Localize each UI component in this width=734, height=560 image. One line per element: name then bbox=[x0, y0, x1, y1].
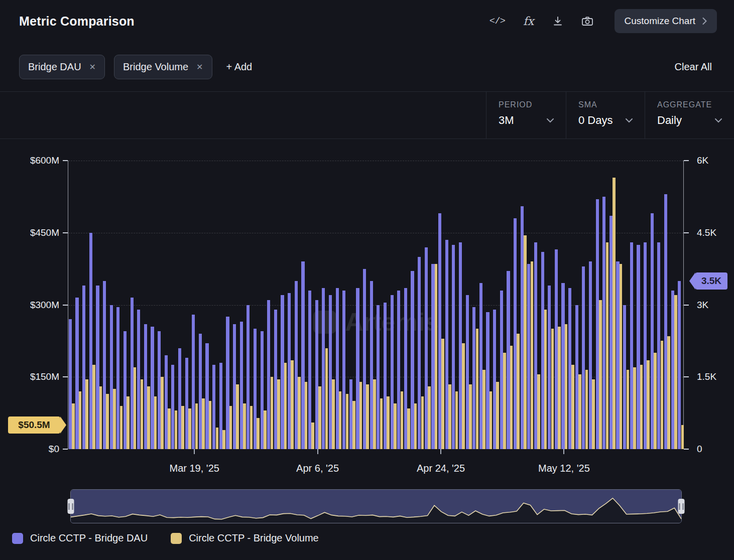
volume-bar[interactable] bbox=[421, 396, 424, 449]
dau-bar[interactable] bbox=[411, 271, 414, 449]
dau-bar[interactable] bbox=[199, 334, 202, 449]
dau-bar[interactable] bbox=[521, 206, 524, 449]
volume-bar[interactable] bbox=[401, 391, 404, 449]
volume-bar[interactable] bbox=[414, 403, 417, 449]
volume-bar[interactable] bbox=[387, 396, 390, 449]
dau-bar[interactable] bbox=[329, 295, 332, 449]
volume-bar[interactable] bbox=[455, 391, 458, 449]
plot-area[interactable]: Artemis bbox=[68, 161, 684, 449]
dau-bar[interactable] bbox=[254, 329, 257, 449]
dau-bar[interactable] bbox=[151, 327, 154, 449]
dau-bar[interactable] bbox=[261, 331, 264, 449]
volume-bar[interactable] bbox=[346, 394, 349, 449]
volume-bar[interactable] bbox=[106, 394, 109, 449]
volume-bar[interactable] bbox=[264, 410, 267, 449]
dau-bar[interactable] bbox=[308, 291, 311, 449]
navigator-left-handle[interactable] bbox=[68, 499, 74, 514]
dau-bar[interactable] bbox=[165, 355, 168, 449]
dau-bar[interactable] bbox=[568, 288, 571, 449]
volume-bar[interactable] bbox=[325, 348, 328, 449]
volume-bar[interactable] bbox=[490, 391, 493, 449]
customize-chart-button[interactable]: Customize Chart bbox=[615, 9, 717, 33]
dau-bar[interactable] bbox=[226, 317, 229, 449]
dau-bar[interactable] bbox=[384, 303, 387, 449]
dau-bar[interactable] bbox=[431, 264, 434, 449]
dau-bar[interactable] bbox=[678, 281, 681, 449]
dau-bar[interactable] bbox=[363, 269, 366, 449]
volume-bar[interactable] bbox=[531, 261, 534, 449]
dau-bar[interactable] bbox=[459, 242, 462, 449]
dau-bar[interactable] bbox=[541, 252, 544, 449]
volume-bar[interactable] bbox=[674, 295, 677, 449]
volume-bar[interactable] bbox=[482, 370, 485, 449]
volume-bar[interactable] bbox=[633, 367, 636, 449]
volume-bar[interactable] bbox=[175, 410, 178, 449]
dau-bar[interactable] bbox=[623, 305, 626, 450]
volume-bar[interactable] bbox=[277, 379, 280, 449]
dau-bar[interactable] bbox=[418, 257, 421, 449]
dau-bar[interactable] bbox=[212, 365, 215, 449]
dau-bar[interactable] bbox=[322, 288, 325, 449]
dau-bar[interactable] bbox=[301, 261, 304, 449]
dau-bar[interactable] bbox=[589, 261, 592, 449]
dau-bar[interactable] bbox=[404, 288, 407, 449]
volume-bar[interactable] bbox=[373, 379, 376, 449]
volume-bar[interactable] bbox=[558, 327, 561, 449]
dau-bar[interactable] bbox=[637, 245, 640, 449]
dau-bar[interactable] bbox=[507, 271, 510, 449]
volume-bar[interactable] bbox=[537, 374, 540, 449]
dau-bar[interactable] bbox=[356, 288, 359, 449]
dau-bar[interactable] bbox=[131, 298, 134, 449]
dau-bar[interactable] bbox=[616, 261, 619, 449]
dau-bar[interactable] bbox=[158, 331, 161, 449]
chip-bridge-dau[interactable]: Bridge DAU ✕ bbox=[19, 55, 105, 79]
volume-bar[interactable] bbox=[305, 382, 308, 449]
dau-bar[interactable] bbox=[466, 295, 469, 449]
embed-code-icon[interactable]: </> bbox=[490, 16, 505, 27]
dau-bar[interactable] bbox=[233, 324, 236, 449]
volume-bar[interactable] bbox=[85, 379, 88, 449]
volume-bar[interactable] bbox=[216, 428, 219, 449]
volume-bar[interactable] bbox=[188, 408, 191, 449]
dau-bar[interactable] bbox=[609, 216, 613, 449]
dau-bar[interactable] bbox=[274, 310, 277, 449]
volume-bar[interactable] bbox=[565, 324, 568, 449]
volume-bar[interactable] bbox=[592, 379, 595, 449]
volume-bar[interactable] bbox=[161, 377, 164, 449]
volume-bar[interactable] bbox=[359, 382, 362, 449]
volume-bar[interactable] bbox=[236, 384, 239, 449]
volume-bar[interactable] bbox=[113, 389, 116, 449]
dau-bar[interactable] bbox=[171, 365, 174, 449]
volume-bar[interactable] bbox=[147, 386, 150, 449]
dau-bar[interactable] bbox=[596, 199, 599, 449]
volume-bar[interactable] bbox=[435, 264, 438, 449]
volume-bar[interactable] bbox=[640, 365, 643, 449]
volume-bar[interactable] bbox=[257, 418, 260, 449]
dau-bar[interactable] bbox=[192, 315, 195, 449]
dau-bar[interactable] bbox=[82, 286, 85, 449]
volume-bar[interactable] bbox=[79, 391, 82, 449]
volume-bar[interactable] bbox=[476, 329, 479, 449]
add-metric-button[interactable]: + Add bbox=[226, 61, 253, 73]
dau-bar[interactable] bbox=[548, 286, 551, 449]
dau-bar[interactable] bbox=[486, 312, 489, 449]
volume-bar[interactable] bbox=[517, 334, 520, 449]
dau-bar[interactable] bbox=[657, 242, 660, 449]
dau-bar[interactable] bbox=[445, 240, 448, 449]
volume-bar[interactable] bbox=[578, 374, 581, 449]
dau-bar[interactable] bbox=[452, 245, 455, 449]
dau-bar[interactable] bbox=[205, 343, 208, 449]
dau-bar[interactable] bbox=[69, 319, 72, 449]
dau-bar[interactable] bbox=[96, 286, 99, 449]
dau-bar[interactable] bbox=[479, 283, 482, 449]
volume-bar[interactable] bbox=[469, 384, 472, 449]
dau-bar[interactable] bbox=[116, 307, 119, 449]
volume-bar[interactable] bbox=[127, 396, 130, 449]
dau-bar[interactable] bbox=[555, 249, 558, 449]
dau-bar[interactable] bbox=[500, 291, 503, 449]
dau-bar[interactable] bbox=[342, 291, 345, 449]
dau-bar[interactable] bbox=[561, 283, 564, 449]
dau-bar[interactable] bbox=[472, 307, 475, 449]
dau-bar[interactable] bbox=[267, 300, 270, 449]
navigator-track[interactable] bbox=[71, 490, 681, 523]
